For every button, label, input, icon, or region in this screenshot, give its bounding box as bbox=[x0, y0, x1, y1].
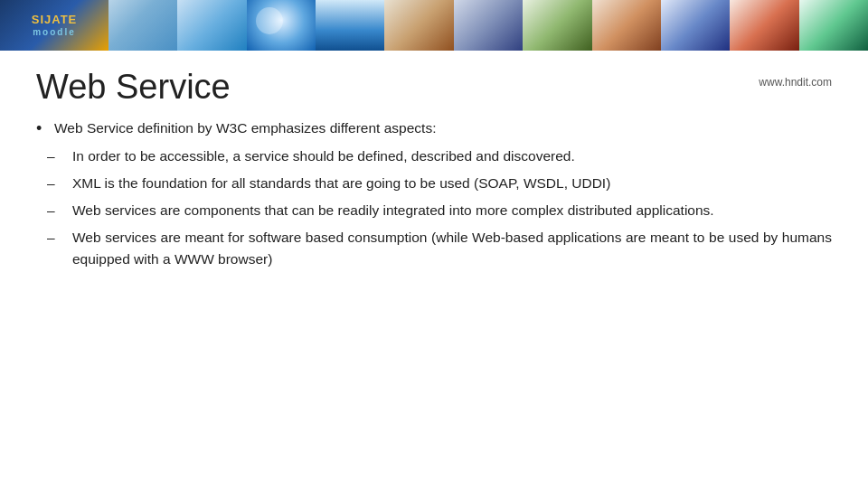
sub-text-3: Web services are components that can be … bbox=[72, 200, 832, 221]
sub-item-4: – Web services are meant for software ba… bbox=[47, 227, 832, 270]
sub-text-2: XML is the foundation for all standards … bbox=[72, 173, 832, 194]
sub-item-1: – In order to be accessible, a service s… bbox=[47, 145, 832, 167]
sub-text-1: In order to be accessible, a service sho… bbox=[72, 145, 832, 167]
sub-dash-4: – bbox=[47, 227, 72, 249]
sub-dash-3: – bbox=[47, 200, 72, 221]
header-segment-6 bbox=[454, 0, 523, 51]
sub-dash-1: – bbox=[47, 145, 72, 167]
website-url: www.hndit.com bbox=[759, 76, 832, 89]
bullet-text: Web Service definition by W3C emphasizes… bbox=[54, 117, 832, 139]
content-body: • Web Service definition by W3C emphasiz… bbox=[36, 117, 832, 270]
logo-bottom-text: moodle bbox=[32, 27, 78, 38]
header-segment-4 bbox=[316, 0, 384, 51]
header-segment-9 bbox=[661, 0, 730, 51]
header-banner: SIJATE moodle bbox=[0, 0, 868, 51]
page-title: Web Service bbox=[36, 69, 231, 107]
header-segment-10 bbox=[730, 0, 798, 51]
header-segment-3 bbox=[247, 0, 316, 51]
header-segment-2 bbox=[177, 0, 246, 51]
sub-text-4: Web services are meant for software base… bbox=[72, 227, 832, 270]
bullet-dot: • bbox=[36, 117, 54, 140]
sub-item-3: – Web services are components that can b… bbox=[47, 200, 832, 221]
header-segment-7 bbox=[523, 0, 591, 51]
sub-item-2: – XML is the foundation for all standard… bbox=[47, 173, 832, 194]
header-image-strip bbox=[108, 0, 868, 51]
main-content: Web Service www.hndit.com • Web Service … bbox=[0, 51, 868, 294]
sub-items-list: – In order to be accessible, a service s… bbox=[36, 145, 832, 270]
header-segment-8 bbox=[592, 0, 661, 51]
header-segment-5 bbox=[384, 0, 453, 51]
logo-top-text: SIJATE bbox=[32, 13, 78, 27]
title-row: Web Service www.hndit.com bbox=[36, 69, 832, 107]
header-logo: SIJATE moodle bbox=[0, 0, 108, 51]
header-segment-1 bbox=[108, 0, 177, 51]
header-segment-11 bbox=[799, 0, 868, 51]
main-bullet-item: • Web Service definition by W3C emphasiz… bbox=[36, 117, 832, 140]
sub-dash-2: – bbox=[47, 173, 72, 194]
